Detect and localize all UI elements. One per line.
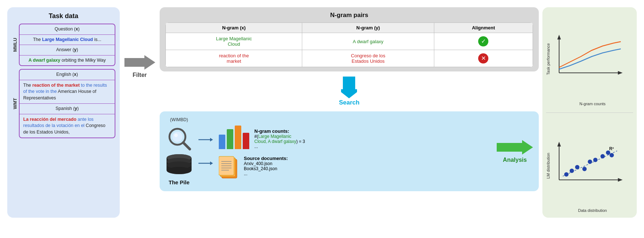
results-section: N-gram counts: #(Large MagellanicCloud, … xyxy=(219,124,491,179)
search-down-arrow-icon xyxy=(341,77,357,98)
top-chart-y-label-container: Task performance xyxy=(546,12,550,106)
svg-point-3 xyxy=(172,132,182,142)
svg-marker-25 xyxy=(497,140,533,155)
analysis-arrow-icon xyxy=(497,139,533,155)
wmt-spanish-value: La reacción del mercado ante los resulta… xyxy=(20,114,115,138)
top-chart-x-label: N-gram counts xyxy=(552,102,633,106)
wmt-content: English (x) The reaction of the market t… xyxy=(19,69,115,138)
svg-marker-29 xyxy=(618,71,623,75)
svg-point-36 xyxy=(570,168,574,173)
wmt-english-label: English (x) xyxy=(20,70,115,80)
source-docs-row: Source documents: Arxiv_400.json Books3_… xyxy=(219,156,491,179)
source-doc-2: Books3_240.json xyxy=(244,166,288,171)
svg-marker-0 xyxy=(124,55,155,70)
svg-point-40 xyxy=(593,157,598,162)
svg-point-37 xyxy=(575,165,579,169)
col-header-y: N-gram (y) xyxy=(302,23,434,33)
svg-text:R²: R² xyxy=(609,146,614,151)
right-panel: Task performance N-gram counts xyxy=(542,7,637,218)
mmlu-label: MMLU xyxy=(12,24,19,66)
ngram-table: N-gram (x) N-gram (y) Alignment Large Ma… xyxy=(165,22,533,67)
svg-point-43 xyxy=(610,153,614,157)
filter-label: Filter xyxy=(132,72,147,78)
source-docs-text: Source documents: Arxiv_400.json Books3_… xyxy=(244,156,288,176)
ngram-row-1: Large MagellanicCloud A dwarf galaxy ✓ xyxy=(166,33,533,50)
scatter-chart: R² xyxy=(552,119,624,208)
ngram-panel: N-gram pairs N-gram (x) N-gram (y) Align… xyxy=(160,7,539,71)
middle-section: N-gram pairs N-gram (x) N-gram (y) Align… xyxy=(160,7,539,191)
svg-marker-1 xyxy=(341,77,357,98)
bottom-chart-y-label: LM distribution xyxy=(546,153,550,179)
database-icon xyxy=(165,153,193,177)
svg-point-41 xyxy=(600,154,605,158)
svg-point-35 xyxy=(564,172,569,176)
document-icon xyxy=(219,156,239,179)
filter-section: Filter xyxy=(123,7,156,78)
ngram-row2-x: reaction of themarket xyxy=(166,50,302,67)
result-arrows xyxy=(198,128,213,175)
svg-marker-28 xyxy=(557,35,561,40)
bottom-chart-content: R² Data distribution xyxy=(552,119,633,213)
svg-marker-32 xyxy=(557,141,561,146)
ngram-counts-text: N-gram counts: #(Large MagellanicCloud, … xyxy=(254,128,305,149)
task-data-title: Task data xyxy=(12,12,115,20)
main-container: Task data MMLU Question (x) The Large Ma… xyxy=(0,0,644,238)
ngram-row1-align: ✓ xyxy=(434,33,533,50)
wimbd-section: (WIMBD) The Pile xyxy=(165,117,193,185)
bottom-chart-x-label: Data distribution xyxy=(552,208,633,213)
svg-point-38 xyxy=(582,167,587,171)
mmlu-answer-value: A dwarf galaxy orbiting the Milky Way xyxy=(20,56,115,66)
source-doc-1: Arxiv_400.json xyxy=(244,161,288,166)
arrow-to-counts-icon xyxy=(198,136,213,143)
wmt-section: WMT English (x) The reaction of the mark… xyxy=(12,69,115,138)
svg-point-4 xyxy=(174,134,178,137)
bottom-chart-y-label-container: LM distribution xyxy=(546,119,550,213)
ngram-row1-y: A dwarf galaxy xyxy=(302,33,434,50)
search-label: Search xyxy=(339,99,360,106)
x-icon: ✕ xyxy=(478,53,488,63)
pile-title: The Pile xyxy=(169,179,190,185)
bottom-chart-container: LM distribution xyxy=(546,119,633,213)
search-arrow-section: Search xyxy=(160,77,539,106)
wimbd-label: (WIMBD) xyxy=(170,117,188,122)
svg-marker-14 xyxy=(210,138,213,141)
magnifier-icon xyxy=(167,126,192,151)
svg-line-5 xyxy=(183,143,190,149)
top-chart-content: N-gram counts xyxy=(552,12,633,106)
svg-point-12 xyxy=(167,167,192,174)
bar-3 xyxy=(235,126,241,149)
bar-2 xyxy=(227,129,233,149)
task-data-panel: Task data MMLU Question (x) The Large Ma… xyxy=(7,7,120,218)
ngram-counts-formula: #(Large MagellanicCloud, A dwarf galaxy)… xyxy=(254,134,305,144)
ngram-counts-ellipsis: ... xyxy=(254,144,305,149)
bar-1 xyxy=(219,135,225,149)
divider xyxy=(546,112,633,113)
check-icon: ✓ xyxy=(478,36,488,46)
mmlu-answer-label: Answer (y) xyxy=(20,45,115,56)
ngram-counts-label: N-gram counts: xyxy=(254,128,305,134)
source-docs-label: Source documents: xyxy=(244,156,288,161)
svg-marker-16 xyxy=(210,161,213,165)
col-header-align: Alignment xyxy=(434,23,533,33)
ngram-row1-x: Large MagellanicCloud xyxy=(166,33,302,50)
line-chart xyxy=(552,12,624,101)
ngram-row-2: reaction of themarket Congreso de losEst… xyxy=(166,50,533,67)
wmt-spanish-label: Spanish (y) xyxy=(20,104,115,114)
ngram-title: N-gram pairs xyxy=(165,12,533,19)
ngram-row2-y: Congreso de losEstados Unidos xyxy=(302,50,434,67)
top-chart-container: Task performance N-gram counts xyxy=(546,12,633,106)
filter-arrow-icon xyxy=(124,54,155,70)
mmlu-section: MMLU Question (x) The Large Magellanic C… xyxy=(12,24,115,66)
mmlu-question-value: The Large Magellanic Cloud is... xyxy=(20,35,115,45)
counts-row: N-gram counts: #(Large MagellanicCloud, … xyxy=(219,124,491,149)
svg-point-39 xyxy=(588,159,592,164)
analysis-label: Analysis xyxy=(503,157,527,163)
ngram-row2-align: ✕ xyxy=(434,50,533,67)
mmlu-content: Question (x) The Large Magellanic Cloud … xyxy=(19,24,115,66)
wmt-english-value: The reaction of the market to the result… xyxy=(20,80,115,104)
search-panel: (WIMBD) The Pile xyxy=(160,111,539,191)
col-header-x: N-gram (x) xyxy=(166,23,302,33)
bar-chart xyxy=(219,124,249,149)
arrow-to-docs-icon xyxy=(198,160,213,167)
bar-4 xyxy=(243,133,249,149)
